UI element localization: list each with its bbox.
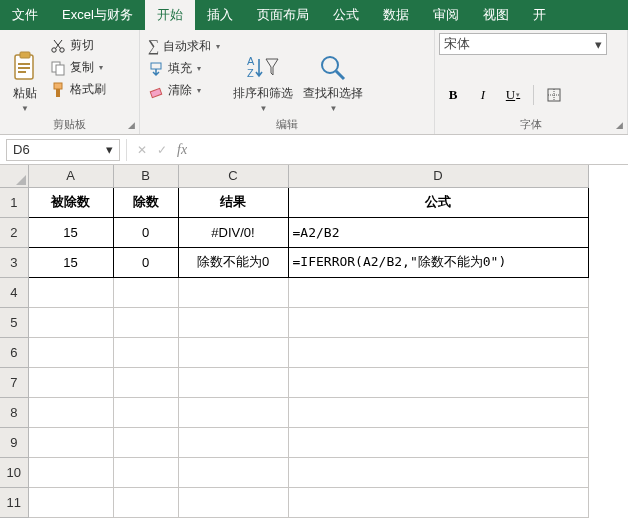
tab-home[interactable]: 开始: [145, 0, 195, 30]
cell[interactable]: [288, 397, 588, 427]
tab-insert[interactable]: 插入: [195, 0, 245, 30]
italic-button[interactable]: I: [469, 83, 497, 107]
cell[interactable]: [113, 277, 178, 307]
cell[interactable]: [113, 397, 178, 427]
cell[interactable]: [288, 457, 588, 487]
bold-button[interactable]: B: [439, 83, 467, 107]
fx-icon[interactable]: fx: [177, 142, 187, 158]
tab-data[interactable]: 数据: [371, 0, 421, 30]
cell-C3[interactable]: 除数不能为0: [178, 247, 288, 277]
cut-button[interactable]: 剪切: [46, 35, 110, 56]
cell-A2[interactable]: 15: [28, 217, 113, 247]
underline-button[interactable]: U▾: [499, 83, 527, 107]
group-label-editing: 编辑: [276, 118, 298, 130]
col-header-D[interactable]: D: [288, 165, 588, 187]
cell[interactable]: [28, 487, 113, 517]
row-header[interactable]: 2: [0, 217, 28, 247]
cell[interactable]: [28, 427, 113, 457]
cell[interactable]: [113, 367, 178, 397]
cell[interactable]: [288, 307, 588, 337]
cell[interactable]: [113, 427, 178, 457]
cell-A1[interactable]: 被除数: [28, 187, 113, 217]
clear-button[interactable]: 清除 ▾: [144, 80, 224, 101]
cell[interactable]: [288, 337, 588, 367]
copy-button[interactable]: 复制 ▾: [46, 57, 110, 78]
select-all-cell[interactable]: [0, 165, 28, 187]
cell[interactable]: [178, 367, 288, 397]
cell[interactable]: [28, 307, 113, 337]
group-editing: ∑ 自动求和 ▾ 填充 ▾ 清除 ▾ AZ 排序和筛选 ▼: [140, 30, 435, 134]
cancel-icon[interactable]: ✕: [137, 143, 147, 157]
row-header[interactable]: 7: [0, 367, 28, 397]
cell[interactable]: [113, 337, 178, 367]
dialog-launcher-icon[interactable]: ◢: [128, 118, 135, 132]
cell[interactable]: [288, 367, 588, 397]
formula-input[interactable]: [197, 139, 628, 161]
name-box[interactable]: D6 ▾: [6, 139, 120, 161]
cell[interactable]: [288, 427, 588, 457]
cell-B3[interactable]: 0: [113, 247, 178, 277]
cell-D3[interactable]: =IFERROR(A2/B2,"除数不能为0"): [288, 247, 588, 277]
tab-formulas[interactable]: 公式: [321, 0, 371, 30]
paste-button[interactable]: 粘贴 ▼: [4, 33, 46, 115]
cell[interactable]: [178, 277, 288, 307]
svg-line-8: [54, 40, 61, 49]
cell-C1[interactable]: 结果: [178, 187, 288, 217]
cell-B1[interactable]: 除数: [113, 187, 178, 217]
sigma-icon: ∑: [148, 37, 159, 55]
tab-review[interactable]: 审阅: [421, 0, 471, 30]
col-header-B[interactable]: B: [113, 165, 178, 187]
tab-excel-finance[interactable]: Excel与财务: [50, 0, 145, 30]
row-header[interactable]: 11: [0, 487, 28, 517]
cell[interactable]: [28, 337, 113, 367]
cell-D2[interactable]: =A2/B2: [288, 217, 588, 247]
name-box-value: D6: [13, 142, 30, 157]
cell-D1[interactable]: 公式: [288, 187, 588, 217]
row-header[interactable]: 10: [0, 457, 28, 487]
cell[interactable]: [178, 427, 288, 457]
fill-button[interactable]: 填充 ▾: [144, 58, 224, 79]
cell[interactable]: [178, 307, 288, 337]
row-header[interactable]: 8: [0, 397, 28, 427]
cell-A3[interactable]: 15: [28, 247, 113, 277]
row-header[interactable]: 3: [0, 247, 28, 277]
svg-rect-11: [54, 83, 62, 89]
font-name-select[interactable]: 宋体 ▾: [439, 33, 607, 55]
row-header[interactable]: 4: [0, 277, 28, 307]
copy-label: 复制: [70, 59, 94, 76]
cell[interactable]: [288, 487, 588, 517]
cell[interactable]: [28, 397, 113, 427]
cell-B2[interactable]: 0: [113, 217, 178, 247]
col-header-C[interactable]: C: [178, 165, 288, 187]
cell[interactable]: [28, 457, 113, 487]
cell[interactable]: [178, 337, 288, 367]
cell[interactable]: [113, 457, 178, 487]
row-header[interactable]: 1: [0, 187, 28, 217]
find-select-button[interactable]: 查找和选择 ▼: [298, 33, 368, 115]
cell[interactable]: [28, 367, 113, 397]
cell[interactable]: [178, 487, 288, 517]
autosum-button[interactable]: ∑ 自动求和 ▾: [144, 35, 224, 57]
tab-page-layout[interactable]: 页面布局: [245, 0, 321, 30]
tab-file[interactable]: 文件: [0, 0, 50, 30]
tab-more[interactable]: 开: [521, 0, 558, 30]
dialog-launcher-icon[interactable]: ◢: [616, 118, 623, 132]
cell[interactable]: [178, 457, 288, 487]
spreadsheet-grid[interactable]: A B C D 1 被除数 除数 结果 公式 2 15 0 #DIV/0! =A…: [0, 165, 628, 527]
col-header-A[interactable]: A: [28, 165, 113, 187]
row-header[interactable]: 9: [0, 427, 28, 457]
cell[interactable]: [178, 397, 288, 427]
row-header[interactable]: 5: [0, 307, 28, 337]
cell[interactable]: [288, 277, 588, 307]
cell-C2[interactable]: #DIV/0!: [178, 217, 288, 247]
row-header[interactable]: 6: [0, 337, 28, 367]
enter-icon[interactable]: ✓: [157, 143, 167, 157]
sort-filter-button[interactable]: AZ 排序和筛选 ▼: [228, 33, 298, 115]
border-button[interactable]: [540, 83, 568, 107]
cell[interactable]: [113, 487, 178, 517]
cell[interactable]: [113, 307, 178, 337]
tab-view[interactable]: 视图: [471, 0, 521, 30]
scissors-icon: [50, 38, 66, 54]
cell[interactable]: [28, 277, 113, 307]
format-painter-button[interactable]: 格式刷: [46, 79, 110, 100]
